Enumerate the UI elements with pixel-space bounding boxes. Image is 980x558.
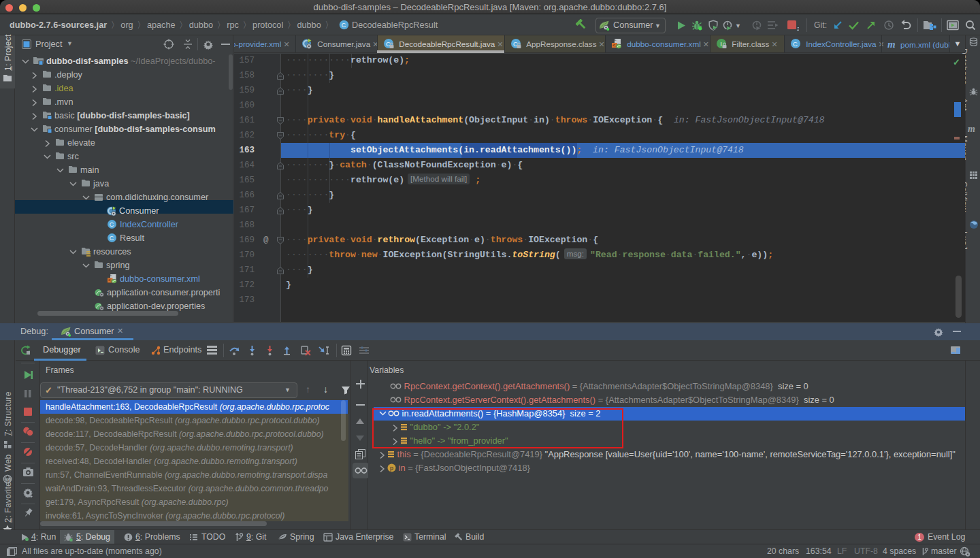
svg-text:C: C xyxy=(342,22,346,29)
svg-text:C: C xyxy=(110,235,114,242)
svg-text:C: C xyxy=(110,221,114,228)
svg-text:<: < xyxy=(108,278,111,283)
svg-text:C: C xyxy=(793,40,798,48)
svg-text:p: p xyxy=(390,465,393,472)
svg-text:<: < xyxy=(612,43,616,48)
svg-text:I: I xyxy=(720,40,722,48)
svg-text:2: 2 xyxy=(797,26,799,31)
